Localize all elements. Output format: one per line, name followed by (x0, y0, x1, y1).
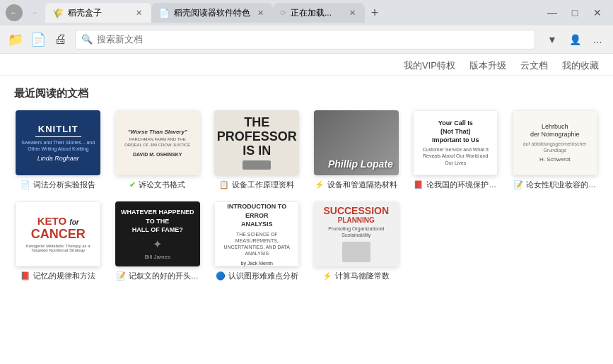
book-title: 词法分析实验报告 (33, 180, 95, 190)
list-item[interactable]: Phillip Lopate ⚡ 设备和管道隔热材料 (313, 110, 401, 190)
print-icon[interactable]: 🖨 (51, 30, 71, 49)
doc-icon[interactable]: 📄 (28, 30, 48, 49)
recent-section: 最近阅读的文档 KNITLIT Sweaters and Their Stori… (0, 76, 613, 293)
book-meta: 📕 论我国的环境保护法体系 (414, 180, 497, 190)
close-btn[interactable]: ✕ (588, 3, 607, 23)
book-cover-lopate: Phillip Lopate (314, 110, 399, 175)
address-bar-row: 📁 📄 🖨 🔍 ▼ 👤 … (0, 25, 613, 54)
top-nav: 我的VIP特权 版本升级 云文档 我的收藏 (0, 54, 613, 76)
book-title: 诉讼文书格式 (139, 180, 185, 190)
nav-forward-btn[interactable]: → (25, 4, 42, 21)
book-meta: 📝 论女性职业妆容的重要性 (513, 180, 597, 190)
cloud-nav-item[interactable]: 云文档 (520, 59, 548, 72)
book-meta: 📋 设备工作原理资料 (219, 180, 294, 190)
book-type-icon: 📝 (116, 271, 126, 281)
dropdown-btn[interactable]: ▼ (542, 30, 562, 49)
book-cover-lehrbuch: Lehrbuchder Nomographie auf abbildungsge… (513, 110, 597, 175)
book-cover-slavery: "Worse Than Slavery" PARCHMAN FARM AND T… (115, 110, 200, 175)
book-cover-professor: THEPROFESSORIS IN (214, 110, 299, 175)
maximize-btn[interactable]: □ (565, 3, 585, 23)
list-item[interactable]: KNITLIT Sweaters and Their Stories... an… (14, 110, 103, 190)
tab-loading-spinner: ⟳ (280, 8, 286, 18)
list-item[interactable]: SUCCESSION PLANNING Promoting Organizati… (313, 201, 401, 281)
list-item[interactable]: THEPROFESSORIS IN 📋 设备工作原理资料 (213, 110, 301, 190)
book-title: 设备工作原理资料 (232, 180, 294, 190)
addr-right-buttons: ▼ 👤 … (542, 30, 607, 49)
search-icon: 🔍 (81, 34, 93, 45)
book-title: 论我国的环境保护法体系 (426, 180, 497, 190)
tab-label-pdf: 稻壳阅读器软件特色 (174, 7, 250, 19)
app-content: 我的VIP特权 版本升级 云文档 我的收藏 最近阅读的文档 KNITLIT Sw… (0, 54, 613, 364)
book-type-icon: ⚡ (322, 271, 332, 281)
tab-icon-pdf: 📄 (158, 8, 170, 18)
folder-icon[interactable]: 📁 (6, 30, 25, 49)
book-cover-yourcall: Your Call Is(Not That)Important to Us Cu… (413, 110, 498, 175)
book-title: 设备和管道隔热材料 (327, 180, 397, 190)
search-input[interactable] (97, 34, 529, 45)
book-meta: ✔ 诉讼文书格式 (129, 180, 185, 190)
tab-label: 稻壳盒子 (68, 7, 129, 19)
book-meta: 📝 记叙文的好的开头和结尾 (116, 271, 199, 281)
book-cover-keto: KETO for CANCER Ketogenic Metabolic Ther… (16, 201, 100, 266)
book-meta: 📄 词法分析实验报告 (21, 180, 95, 190)
book-title: 记忆的规律和方法 (33, 271, 95, 281)
minimize-btn[interactable]: — (542, 3, 562, 23)
search-box: 🔍 (75, 30, 535, 49)
tab-close-btn-2[interactable]: ✕ (255, 7, 266, 18)
book-cover-intro: INTRODUCTION TO ERRORANALYSIS THE SCIENC… (214, 201, 299, 266)
book-type-icon: ⚡ (315, 180, 325, 189)
upgrade-nav-item[interactable]: 版本升级 (469, 59, 506, 72)
more-btn[interactable]: … (588, 30, 607, 49)
book-title: 计算马德隆常数 (335, 271, 390, 281)
book-meta: 🔵 认识图形难难点分析 (216, 271, 298, 281)
book-cover-succession: SUCCESSION PLANNING Promoting Organizati… (314, 201, 399, 266)
book-meta: ⚡ 计算马德隆常数 (322, 271, 390, 281)
tab-close-btn-3[interactable]: ✕ (346, 7, 358, 18)
nav-back-btn[interactable]: ← (6, 4, 23, 21)
book-grid: KNITLIT Sweaters and Their Stories... an… (14, 110, 599, 281)
book-type-icon: 📄 (21, 180, 30, 189)
browser-chrome: ← → 🌾 稻壳盒子 ✕ 📄 稻壳阅读器软件特色 ✕ ⟳ 正在加载... ✕ +… (0, 0, 613, 25)
favorites-nav-item[interactable]: 我的收藏 (562, 59, 599, 72)
book-type-icon: 📋 (219, 180, 229, 189)
window-controls: — □ ✕ (542, 3, 607, 23)
list-item[interactable]: Lehrbuchder Nomographie auf abbildungsge… (511, 110, 600, 190)
tab-daoke[interactable]: 🌾 稻壳盒子 ✕ (45, 3, 151, 23)
add-tab-btn[interactable]: + (365, 3, 385, 23)
book-type-icon: 🔵 (216, 271, 226, 281)
tab-icon: 🌾 (52, 8, 64, 18)
tab-loading[interactable]: ⟳ 正在加载... ✕ (273, 3, 365, 23)
tab-close-btn[interactable]: ✕ (133, 7, 144, 18)
book-type-icon: ✔ (129, 180, 136, 189)
book-title: 认识图形难难点分析 (228, 271, 298, 281)
book-type-icon: 📕 (414, 180, 424, 189)
book-meta: ⚡ 设备和管道隔热材料 (315, 180, 397, 190)
tab-pdf[interactable]: 📄 稻壳阅读器软件特色 ✕ (151, 3, 273, 23)
book-type-icon: 📝 (513, 180, 523, 189)
section-title: 最近阅读的文档 (14, 87, 599, 100)
book-title: 记叙文的好的开头和结尾 (129, 271, 199, 281)
tab-label-loading: 正在加载... (291, 7, 342, 19)
list-item[interactable]: WHATEVER HAPPENEDTO THEHALL OF FAME? ✦ B… (114, 201, 202, 281)
vip-nav-item[interactable]: 我的VIP特权 (404, 59, 455, 72)
list-item[interactable]: KETO for CANCER Ketogenic Metabolic Ther… (14, 201, 103, 281)
list-item[interactable]: Your Call Is(Not That)Important to Us Cu… (411, 110, 500, 190)
book-cover-knitlit: KNITLIT Sweaters and Their Stories... an… (16, 110, 100, 175)
tabs-row: 🌾 稻壳盒子 ✕ 📄 稻壳阅读器软件特色 ✕ ⟳ 正在加载... ✕ + (45, 3, 537, 23)
account-btn[interactable]: 👤 (565, 30, 585, 49)
book-type-icon: 📕 (21, 271, 30, 281)
book-meta: 📕 记忆的规律和方法 (21, 271, 95, 281)
toolbar-icons: 📁 📄 🖨 (6, 30, 71, 49)
list-item[interactable]: "Worse Than Slavery" PARCHMAN FARM AND T… (114, 110, 202, 190)
list-item[interactable]: INTRODUCTION TO ERRORANALYSIS THE SCIENC… (213, 201, 301, 281)
book-title: 论女性职业妆容的重要性 (526, 180, 597, 190)
book-cover-halloffame: WHATEVER HAPPENEDTO THEHALL OF FAME? ✦ B… (115, 201, 200, 266)
